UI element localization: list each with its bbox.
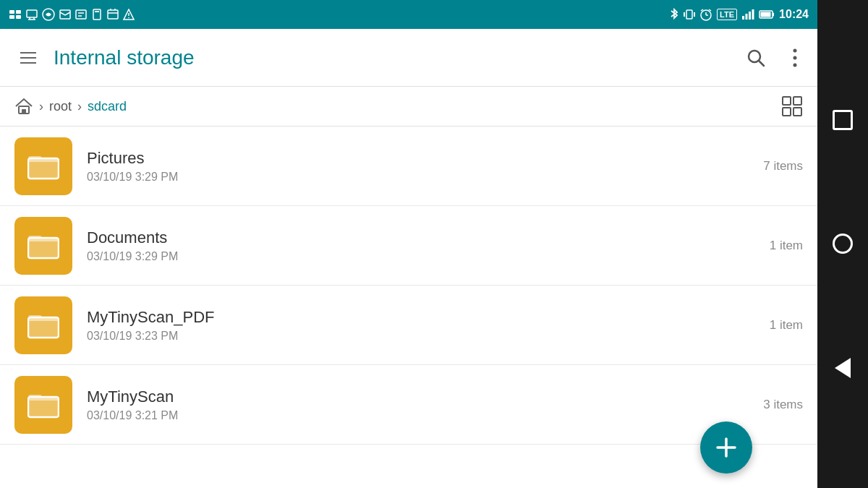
svg-rect-46 (783, 108, 791, 116)
file-info: Pictures 03/10/19 3:29 PM (87, 149, 763, 184)
app-icon-2 (26, 9, 38, 20)
folder-icon-mytinyscan (14, 376, 72, 434)
signal-icon (741, 9, 754, 20)
search-icon (745, 47, 767, 69)
home-icon (14, 97, 33, 116)
file-date: 03/10/19 3:29 PM (87, 250, 770, 263)
file-name: Pictures (87, 149, 763, 168)
vibrate-icon (684, 8, 695, 21)
svg-rect-4 (27, 10, 37, 17)
breadcrumb-separator-2: › (77, 99, 82, 114)
list-item[interactable]: MyTinyScan_PDF 03/10/19 3:23 PM 1 item (0, 286, 817, 365)
add-icon (715, 436, 738, 459)
svg-rect-0 (9, 10, 14, 14)
svg-line-38 (759, 61, 764, 66)
bluetooth-icon (669, 8, 679, 21)
file-count: 1 item (770, 239, 803, 253)
recents-button[interactable] (830, 107, 856, 133)
svg-point-41 (793, 63, 797, 67)
svg-rect-3 (16, 15, 21, 19)
breadcrumb-sdcard[interactable]: sdcard (88, 99, 127, 114)
add-fab-button[interactable] (700, 421, 752, 474)
folder-icon-mytinyscan-pdf (14, 296, 72, 354)
svg-point-39 (793, 48, 797, 52)
app-icon-1 (9, 9, 22, 20)
folder-icon (27, 391, 59, 419)
app-icon-5 (75, 9, 87, 20)
home-nav-icon (833, 234, 853, 254)
svg-rect-9 (60, 10, 70, 19)
svg-rect-2 (9, 15, 14, 19)
status-time: 10:24 (779, 8, 809, 21)
menu-button[interactable] (14, 46, 42, 69)
folder-icon (27, 232, 59, 260)
grid-view-icon (781, 95, 803, 117)
file-info: MyTinyScan_PDF 03/10/19 3:23 PM (87, 308, 770, 343)
file-name: Documents (87, 228, 770, 247)
svg-rect-1 (16, 10, 21, 14)
file-date: 03/10/19 3:29 PM (87, 171, 763, 184)
more-options-button[interactable] (787, 43, 803, 73)
breadcrumb-bar: › root › sdcard (0, 87, 817, 127)
list-item[interactable]: Pictures 03/10/19 3:29 PM 7 items (0, 127, 817, 206)
breadcrumb-root[interactable]: root (49, 99, 72, 114)
file-info: MyTinyScan 03/10/19 3:21 PM (87, 388, 763, 422)
battery-icon (759, 9, 775, 20)
svg-rect-47 (793, 108, 801, 116)
svg-rect-14 (95, 11, 99, 12)
svg-rect-32 (749, 12, 751, 20)
alarm-icon (699, 8, 712, 21)
svg-rect-43 (22, 109, 26, 114)
breadcrumb-separator-1: › (39, 99, 43, 114)
status-icons-right: LTE 10:24 (669, 8, 809, 21)
file-count: 7 items (763, 159, 803, 174)
app-icon-6 (91, 9, 103, 20)
svg-rect-15 (108, 10, 118, 19)
lte-badge: LTE (717, 9, 737, 20)
home-icon-button[interactable] (14, 97, 33, 116)
svg-rect-31 (746, 14, 748, 20)
toolbar-actions (739, 41, 803, 74)
svg-rect-22 (686, 10, 692, 19)
status-icons-left (9, 8, 135, 21)
recents-icon (833, 110, 853, 130)
file-count: 1 item (770, 318, 803, 333)
svg-point-21 (128, 17, 129, 19)
file-list: Pictures 03/10/19 3:29 PM 7 items Docume… (0, 127, 817, 488)
file-name: MyTinyScan (87, 388, 763, 406)
folder-icon (27, 312, 59, 339)
svg-rect-35 (773, 13, 774, 17)
app-icon-3 (42, 8, 55, 21)
folder-icon-documents (14, 217, 72, 275)
status-bar: LTE 10:24 (0, 0, 817, 29)
svg-point-40 (793, 56, 797, 59)
file-info: Documents 03/10/19 3:29 PM (87, 228, 770, 263)
file-count: 3 items (763, 398, 803, 412)
svg-rect-44 (783, 97, 791, 105)
folder-icon-pictures (14, 137, 72, 195)
back-button[interactable] (830, 355, 856, 381)
svg-rect-30 (742, 16, 744, 20)
breadcrumb: › root › sdcard (14, 97, 127, 116)
list-item[interactable]: MyTinyScan 03/10/19 3:21 PM 3 items (0, 365, 817, 445)
file-date: 03/10/19 3:21 PM (87, 409, 763, 422)
file-name: MyTinyScan_PDF (87, 308, 770, 327)
navigation-bar (817, 0, 868, 488)
file-date: 03/10/19 3:23 PM (87, 330, 770, 343)
search-button[interactable] (739, 41, 773, 74)
app-icon-4 (59, 9, 71, 20)
grid-view-button[interactable] (781, 95, 803, 117)
more-vertical-icon (793, 48, 797, 67)
svg-rect-10 (76, 10, 86, 19)
toolbar: Internal storage (0, 29, 817, 87)
list-item[interactable]: Documents 03/10/19 3:29 PM 1 item (0, 206, 817, 286)
app-icon-8 (123, 9, 135, 20)
svg-rect-45 (793, 97, 801, 105)
home-button[interactable] (830, 231, 856, 257)
phone-area: LTE 10:24 Internal storage (0, 0, 817, 488)
app-icon-7 (107, 9, 119, 20)
svg-rect-33 (752, 9, 754, 20)
back-icon (835, 358, 851, 378)
page-title: Internal storage (54, 46, 739, 69)
svg-rect-36 (761, 12, 771, 17)
